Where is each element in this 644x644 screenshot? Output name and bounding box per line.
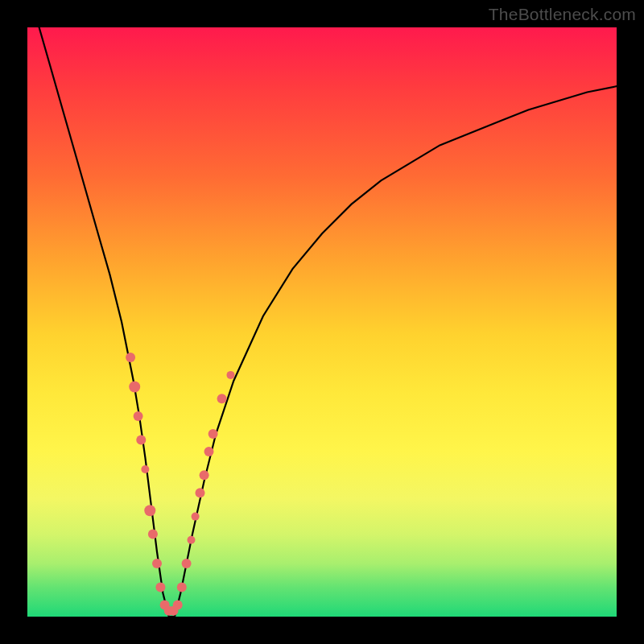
scatter-point <box>129 382 140 393</box>
scatter-point <box>152 559 162 568</box>
scatter-point <box>227 371 235 379</box>
scatter-points <box>126 353 234 616</box>
chart-frame: TheBottleneck.com <box>0 0 644 644</box>
scatter-point <box>182 559 192 568</box>
scatter-point <box>177 582 187 592</box>
scatter-point <box>136 435 146 444</box>
scatter-point <box>148 530 158 539</box>
scatter-point <box>144 505 155 516</box>
scatter-point <box>141 465 149 473</box>
chart-svg <box>27 27 617 617</box>
scatter-point <box>200 470 209 480</box>
scatter-point <box>155 582 165 592</box>
scatter-point <box>173 600 183 609</box>
scatter-point <box>196 488 205 497</box>
scatter-point <box>126 353 135 362</box>
scatter-point <box>208 429 218 439</box>
plot-area <box>27 27 617 617</box>
watermark-text: TheBottleneck.com <box>489 5 636 24</box>
scatter-point <box>134 411 143 421</box>
scatter-point <box>217 394 227 403</box>
scatter-point <box>204 447 214 456</box>
bottleneck-curve <box>39 27 617 617</box>
scatter-point <box>188 536 196 544</box>
scatter-point <box>192 513 200 521</box>
